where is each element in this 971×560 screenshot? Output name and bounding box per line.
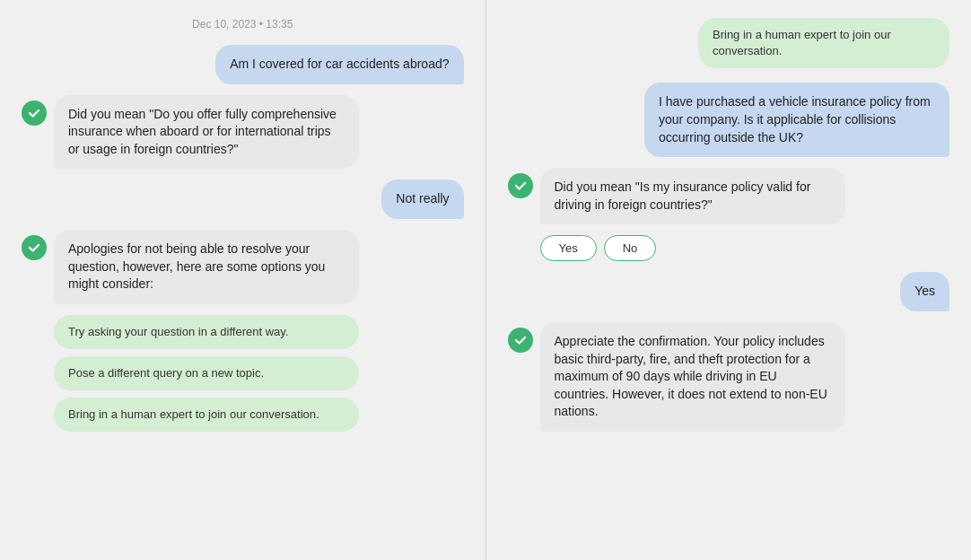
user-bubble: I have purchased a vehicle insurance pol… bbox=[644, 83, 949, 157]
user-bubble: Yes bbox=[900, 272, 949, 311]
message-row: Not really bbox=[22, 179, 464, 219]
message-row: Yes bbox=[508, 272, 950, 311]
timestamp: Dec 10, 2023 • 13:35 bbox=[22, 18, 464, 31]
bot-check-icon bbox=[22, 101, 47, 126]
message-row: I have purchased a vehicle insurance pol… bbox=[508, 83, 950, 157]
bot-bubble: Appreciate the confirmation. Your policy… bbox=[540, 322, 845, 432]
message-row: Bring in a human expert to join our conv… bbox=[508, 18, 950, 68]
yes-no-row: Yes No bbox=[540, 235, 950, 261]
bot-check-icon bbox=[508, 328, 533, 353]
message-row: Apologies for not being able to resolve … bbox=[22, 230, 464, 304]
suggestion-bubble-top[interactable]: Bring in a human expert to join our conv… bbox=[698, 18, 949, 68]
right-chat-panel: Bring in a human expert to join our conv… bbox=[486, 0, 972, 560]
suggestion-item[interactable]: Bring in a human expert to join our conv… bbox=[54, 398, 359, 432]
user-bubble: Not really bbox=[381, 179, 463, 219]
message-row: Am I covered for car accidents abroad? bbox=[22, 45, 464, 84]
message-row: Appreciate the confirmation. Your policy… bbox=[508, 322, 950, 432]
suggestion-item[interactable]: Pose a different query on a new topic. bbox=[54, 356, 359, 390]
bot-check-icon bbox=[22, 235, 47, 260]
bot-bubble: Did you mean "Is my insurance policy val… bbox=[540, 168, 845, 224]
bot-bubble: Apologies for not being able to resolve … bbox=[54, 230, 359, 304]
suggestion-item[interactable]: Try asking your question in a different … bbox=[54, 315, 359, 349]
user-bubble: Am I covered for car accidents abroad? bbox=[215, 45, 463, 84]
left-chat-panel: Dec 10, 2023 • 13:35 Am I covered for ca… bbox=[0, 0, 486, 560]
no-button[interactable]: No bbox=[604, 235, 657, 261]
yes-button[interactable]: Yes bbox=[540, 235, 597, 261]
message-row: Did you mean "Is my insurance policy val… bbox=[508, 168, 950, 224]
bot-check-icon bbox=[508, 173, 533, 198]
message-row: Did you mean "Do you offer fully compreh… bbox=[22, 95, 464, 170]
bot-bubble: Did you mean "Do you offer fully compreh… bbox=[54, 95, 359, 170]
suggestions-list: Try asking your question in a different … bbox=[54, 315, 464, 433]
